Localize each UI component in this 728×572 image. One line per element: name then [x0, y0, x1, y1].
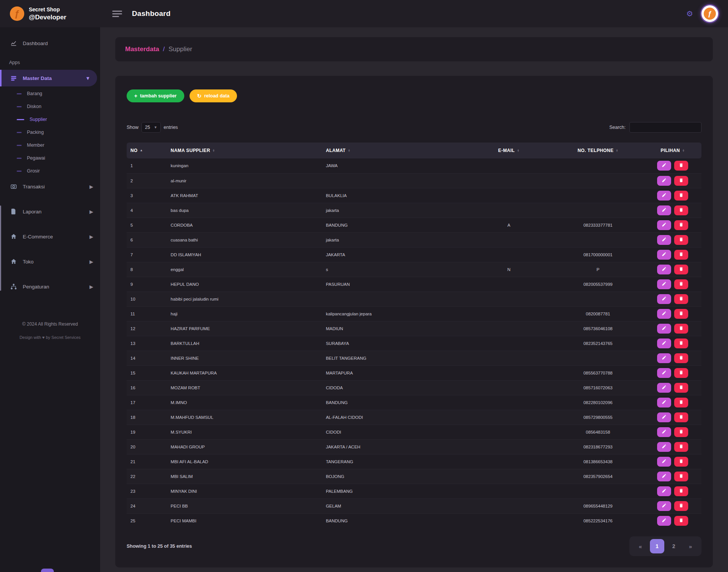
pagination-page-2[interactable]: 2 — [667, 539, 681, 553]
column-header-pilihan[interactable]: PILIHAN▲▼ — [644, 143, 701, 158]
sidebar-item-transaksi[interactable]: Transaksi▶ — [0, 178, 100, 195]
delete-button[interactable] — [674, 427, 688, 437]
edit-button[interactable] — [657, 279, 671, 289]
delete-button[interactable] — [674, 501, 688, 511]
edit-button[interactable] — [657, 501, 671, 511]
add-supplier-button[interactable]: + tambah supplier — [127, 89, 184, 102]
cell-alamat: PASURUAN — [322, 277, 466, 291]
sitemap-icon — [10, 283, 17, 290]
trash-icon — [679, 385, 684, 391]
edit-button[interactable] — [657, 472, 671, 481]
delete-button[interactable] — [674, 265, 688, 274]
edit-button[interactable] — [657, 412, 671, 422]
cell-alamat: JAKARTA / ACEH — [322, 439, 466, 454]
delete-button[interactable] — [674, 279, 688, 289]
sidebar-subitem-diskon[interactable]: Diskon — [0, 100, 100, 113]
delete-button[interactable] — [674, 294, 688, 304]
delete-button[interactable] — [674, 368, 688, 378]
delete-button[interactable] — [674, 324, 688, 334]
pencil-icon — [662, 340, 667, 346]
cell-actions — [644, 380, 701, 395]
user-avatar[interactable]: ƒ — [701, 5, 718, 22]
edit-button[interactable] — [657, 427, 671, 437]
sidebar-subitem-barang[interactable]: Barang — [0, 87, 100, 100]
edit-button[interactable] — [657, 235, 671, 245]
sidebar-item-label: Laporan — [23, 209, 42, 215]
edit-button[interactable] — [657, 250, 671, 260]
delete-button[interactable] — [674, 486, 688, 496]
delete-button[interactable] — [674, 338, 688, 348]
edit-button[interactable] — [657, 398, 671, 407]
sidebar-item-dashboard[interactable]: Dashboard — [0, 35, 100, 52]
pagination-page-1[interactable]: 1 — [650, 539, 664, 553]
delete-button[interactable] — [674, 191, 688, 201]
sidebar-item-e-commerce[interactable]: E-Commerce▶ — [0, 228, 100, 245]
edit-button[interactable] — [657, 265, 671, 274]
edit-button[interactable] — [657, 205, 671, 215]
sidebar-subitem-member[interactable]: Member — [0, 139, 100, 152]
edit-button[interactable] — [657, 457, 671, 467]
delete-button[interactable] — [674, 412, 688, 422]
trash-icon — [679, 311, 684, 317]
sidebar-item-pengaturan[interactable]: Pengaturan▶ — [0, 278, 100, 295]
pagination-next-button[interactable]: » — [683, 539, 698, 553]
delete-button[interactable] — [674, 383, 688, 393]
pagination-prev-button[interactable]: « — [633, 539, 648, 553]
edit-button[interactable] — [657, 191, 671, 201]
cell-nama: MBI SALIM — [167, 469, 322, 484]
delete-button[interactable] — [674, 353, 688, 363]
delete-button[interactable] — [674, 250, 688, 260]
edit-button[interactable] — [657, 324, 671, 334]
edit-button[interactable] — [657, 338, 671, 348]
sidebar-item-toko[interactable]: Toko▶ — [0, 253, 100, 270]
column-header-e-mail[interactable]: E-MAIL▲▼ — [466, 143, 552, 158]
edit-button[interactable] — [657, 368, 671, 378]
settings-gear-icon[interactable]: ⚙ — [686, 10, 693, 17]
edit-button[interactable] — [657, 353, 671, 363]
reload-data-button[interactable]: ↻ reload data — [190, 89, 237, 102]
copyright-text: © 2024 All Rights Reserved — [0, 321, 100, 327]
column-header-no-telphone[interactable]: NO. TELPHONE▲▼ — [552, 143, 644, 158]
delete-button[interactable] — [674, 205, 688, 215]
sidebar-subitem-supplier[interactable]: Supplier — [0, 113, 100, 126]
chevron-down-icon: ▼ — [154, 125, 157, 129]
edit-button[interactable] — [657, 161, 671, 171]
pencil-icon — [662, 488, 667, 494]
search-input[interactable] — [629, 122, 701, 133]
sidebar-item-laporan[interactable]: Laporan▶ — [0, 203, 100, 220]
cell-no: 9 — [127, 277, 167, 291]
delete-button[interactable] — [674, 235, 688, 245]
delete-button[interactable] — [674, 309, 688, 319]
column-header-no[interactable]: NO▲ — [127, 143, 167, 158]
sidebar-subitem-pegawai[interactable]: Pegawai — [0, 152, 100, 165]
table-footer: Showing 1 to 25 of 35 entries «12» — [127, 536, 701, 556]
trash-icon — [679, 459, 684, 465]
sidebar-subitem-label: Barang — [27, 91, 42, 96]
edit-button[interactable] — [657, 516, 671, 526]
delete-button[interactable] — [674, 457, 688, 467]
cell-email — [466, 203, 552, 218]
delete-button[interactable] — [674, 516, 688, 526]
sidebar-subitem-packing[interactable]: Packing — [0, 126, 100, 139]
cell-no: 23 — [127, 484, 167, 498]
page-size-select[interactable]: 25 ▼ — [141, 122, 160, 133]
delete-button[interactable] — [674, 472, 688, 481]
delete-button[interactable] — [674, 220, 688, 230]
delete-button[interactable] — [674, 176, 688, 186]
edit-button[interactable] — [657, 486, 671, 496]
delete-button[interactable] — [674, 161, 688, 171]
edit-button[interactable] — [657, 309, 671, 319]
edit-button[interactable] — [657, 294, 671, 304]
hamburger-menu-icon[interactable] — [112, 11, 122, 17]
sidebar-item-master-data[interactable]: Master Data▼ — [0, 70, 97, 86]
delete-button[interactable] — [674, 398, 688, 407]
edit-button[interactable] — [657, 176, 671, 186]
edit-button[interactable] — [657, 383, 671, 393]
column-header-alamat[interactable]: ALAMAT▲▼ — [322, 143, 466, 158]
delete-button[interactable] — [674, 442, 688, 452]
breadcrumb-section[interactable]: Masterdata — [125, 45, 159, 53]
edit-button[interactable] — [657, 442, 671, 452]
column-header-nama-supplier[interactable]: NAMA SUPPLIER▲▼ — [167, 143, 322, 158]
edit-button[interactable] — [657, 220, 671, 230]
sidebar-subitem-grosir[interactable]: Grosir — [0, 165, 100, 177]
